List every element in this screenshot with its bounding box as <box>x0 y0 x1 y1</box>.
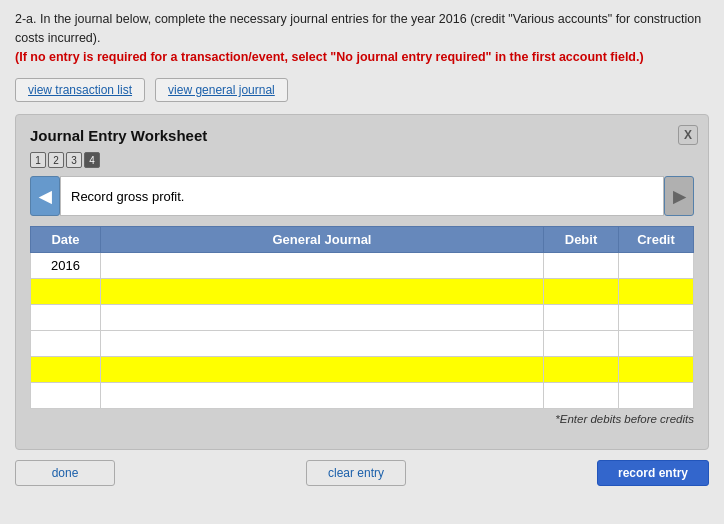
gj-cell-4[interactable] <box>101 331 544 357</box>
gj-input-3[interactable] <box>101 305 543 330</box>
debit-cell-2[interactable] <box>544 279 619 305</box>
credit-cell-4[interactable] <box>619 331 694 357</box>
page-4[interactable]: 4 <box>84 152 100 168</box>
top-button-group: view transaction list view general journ… <box>15 78 709 102</box>
date-cell-5 <box>31 357 101 383</box>
clear-entry-button[interactable]: clear entry <box>306 460 406 486</box>
worksheet-container: Journal Entry Worksheet X 1 2 3 4 ◀ Reco… <box>15 114 709 450</box>
gj-cell-6[interactable] <box>101 383 544 409</box>
table-row <box>31 357 694 383</box>
debit-cell-1[interactable] <box>544 253 619 279</box>
date-cell-4 <box>31 331 101 357</box>
table-row: 2016 <box>31 253 694 279</box>
gj-cell-5[interactable] <box>101 357 544 383</box>
done-button[interactable]: done <box>15 460 115 486</box>
instruction-red: (If no entry is required for a transacti… <box>15 50 644 64</box>
record-entry-button[interactable]: record entry <box>597 460 709 486</box>
gj-cell-1[interactable] <box>101 253 544 279</box>
credit-cell-3[interactable] <box>619 305 694 331</box>
credit-cell-5[interactable] <box>619 357 694 383</box>
instructions: 2-a. In the journal below, complete the … <box>15 10 709 66</box>
hint-text: *Enter debits before credits <box>30 413 694 425</box>
gj-input-1[interactable] <box>101 253 543 278</box>
credit-input-5[interactable] <box>619 357 693 382</box>
debit-cell-3[interactable] <box>544 305 619 331</box>
debit-input-5[interactable] <box>544 357 618 382</box>
credit-input-4[interactable] <box>619 331 693 356</box>
credit-input-3[interactable] <box>619 305 693 330</box>
gj-cell-2[interactable] <box>101 279 544 305</box>
debit-input-4[interactable] <box>544 331 618 356</box>
table-row <box>31 331 694 357</box>
prev-arrow[interactable]: ◀ <box>30 176 60 216</box>
header-general-journal: General Journal <box>101 227 544 253</box>
page-indicators: 1 2 3 4 <box>30 152 694 168</box>
debit-cell-6[interactable] <box>544 383 619 409</box>
debit-input-1[interactable] <box>544 253 618 278</box>
gj-input-5[interactable] <box>101 357 543 382</box>
debit-cell-4[interactable] <box>544 331 619 357</box>
date-cell-2 <box>31 279 101 305</box>
credit-input-2[interactable] <box>619 279 693 304</box>
gj-cell-3[interactable] <box>101 305 544 331</box>
gj-input-4[interactable] <box>101 331 543 356</box>
credit-input-1[interactable] <box>619 253 693 278</box>
gj-input-2[interactable] <box>101 279 543 304</box>
table-row <box>31 383 694 409</box>
debit-input-3[interactable] <box>544 305 618 330</box>
journal-table: Date General Journal Debit Credit 2016 <box>30 226 694 409</box>
view-journal-button[interactable]: view general journal <box>155 78 288 102</box>
next-arrow[interactable]: ▶ <box>664 176 694 216</box>
credit-cell-2[interactable] <box>619 279 694 305</box>
view-transactions-button[interactable]: view transaction list <box>15 78 145 102</box>
debit-cell-5[interactable] <box>544 357 619 383</box>
credit-cell-1[interactable] <box>619 253 694 279</box>
close-button[interactable]: X <box>678 125 698 145</box>
header-credit: Credit <box>619 227 694 253</box>
date-cell-6 <box>31 383 101 409</box>
gj-input-6[interactable] <box>101 383 543 408</box>
debit-input-6[interactable] <box>544 383 618 408</box>
table-row <box>31 279 694 305</box>
header-debit: Debit <box>544 227 619 253</box>
page-1[interactable]: 1 <box>30 152 46 168</box>
description-box: Record gross profit. <box>60 176 664 216</box>
nav-section: ◀ Record gross profit. ▶ <box>30 176 694 216</box>
page-2[interactable]: 2 <box>48 152 64 168</box>
page-3[interactable]: 3 <box>66 152 82 168</box>
date-cell-1: 2016 <box>31 253 101 279</box>
credit-input-6[interactable] <box>619 383 693 408</box>
credit-cell-6[interactable] <box>619 383 694 409</box>
bottom-buttons: done clear entry record entry <box>15 460 709 486</box>
table-header-row: Date General Journal Debit Credit <box>31 227 694 253</box>
debit-input-2[interactable] <box>544 279 618 304</box>
header-date: Date <box>31 227 101 253</box>
worksheet-title: Journal Entry Worksheet <box>30 127 694 144</box>
description-text: Record gross profit. <box>71 189 184 204</box>
instruction-main: 2-a. In the journal below, complete the … <box>15 12 701 45</box>
table-row <box>31 305 694 331</box>
date-cell-3 <box>31 305 101 331</box>
